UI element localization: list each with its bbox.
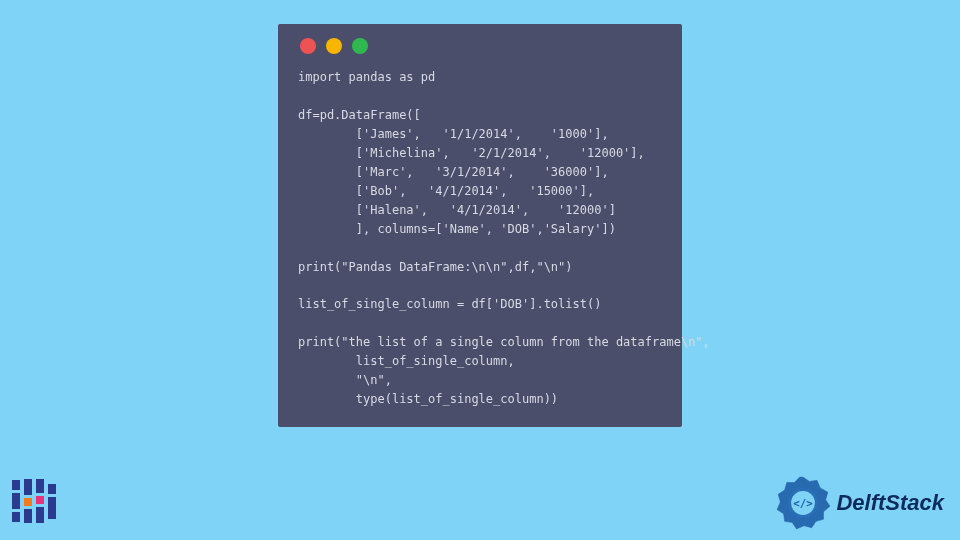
code-window: import pandas as pd df=pd.DataFrame([ ['… (278, 24, 682, 427)
left-logo-icon (12, 478, 56, 524)
svg-text:</>: </> (794, 497, 814, 510)
code-block: import pandas as pd df=pd.DataFrame([ ['… (298, 68, 662, 409)
minimize-icon (326, 38, 342, 54)
close-icon (300, 38, 316, 54)
gear-badge-icon: </> (776, 476, 830, 530)
maximize-icon (352, 38, 368, 54)
brand-logo: </> DelftStack (776, 476, 944, 530)
brand-name: DelftStack (836, 490, 944, 516)
window-traffic-lights (298, 38, 662, 54)
